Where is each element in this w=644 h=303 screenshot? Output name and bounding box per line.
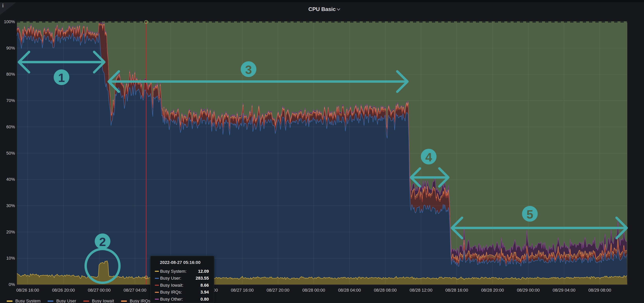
svg-text:1: 1	[58, 71, 65, 84]
svg-text:5: 5	[526, 208, 533, 221]
svg-text:3: 3	[245, 63, 252, 76]
svg-text:4: 4	[425, 150, 432, 164]
svg-text:2: 2	[99, 235, 106, 248]
